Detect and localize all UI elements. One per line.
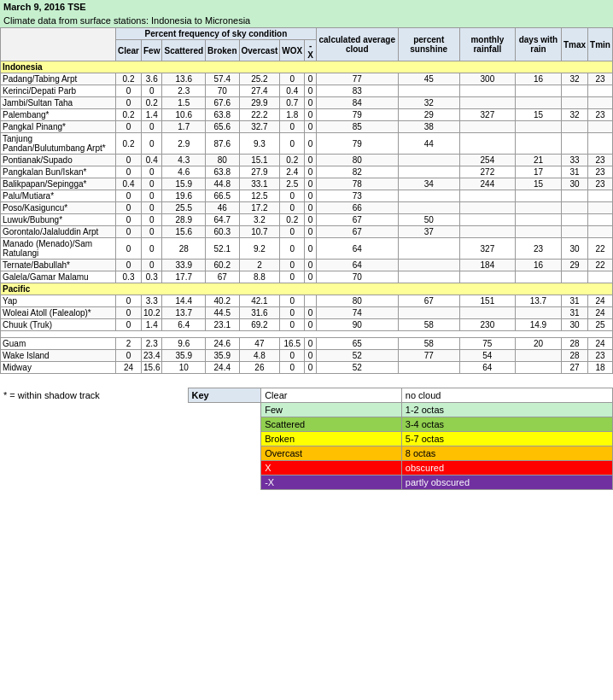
cell-ps: 37 xyxy=(398,226,459,238)
cell-cac: 70 xyxy=(316,271,398,283)
cell-dwr xyxy=(515,121,561,133)
cell-scattered: 1.7 xyxy=(162,121,206,133)
table-row: Jambi/Sultan Taha00.21.567.629.90.708432 xyxy=(1,97,613,109)
cell-few: 10.2 xyxy=(142,307,162,319)
cell-name: Padang/Tabing Arpt xyxy=(1,73,116,85)
cell-tmax xyxy=(561,226,587,238)
cell-wox: 0 xyxy=(280,121,305,133)
table-row: Woleai Atoll (Falealop)*010.213.744.531.… xyxy=(1,307,613,319)
cell-overcast: 12.5 xyxy=(239,190,280,202)
cell-clear: 0.2 xyxy=(116,109,142,121)
cell-scattered: 14.4 xyxy=(162,295,206,307)
cell-mr: 254 xyxy=(459,155,515,166)
cell-few: 0 xyxy=(142,226,162,238)
cell-broken: 44.5 xyxy=(206,307,239,319)
cell-few: 1.4 xyxy=(142,319,162,331)
table-row: Tanjung Pandan/Bulutumbang Arpt*0.202.98… xyxy=(1,133,613,155)
key-scattered-label: Scattered xyxy=(261,417,402,432)
cell-cac: 77 xyxy=(316,73,398,85)
cell-few: 0 xyxy=(142,166,162,178)
cell-broken: 63.8 xyxy=(206,166,239,178)
cell-cac: 80 xyxy=(316,155,398,166)
cell-broken: 35.9 xyxy=(206,350,239,362)
cell-overcast: 10.7 xyxy=(239,226,280,238)
cell-ps: 77 xyxy=(398,350,459,362)
cell-mr: 327 xyxy=(459,238,515,260)
cell-ps xyxy=(398,155,459,166)
cell-cac: 90 xyxy=(316,319,398,331)
cell-scattered: 6.4 xyxy=(162,319,206,331)
cell-few: 0 xyxy=(142,178,162,190)
cell-tmax: 29 xyxy=(561,260,587,271)
cell-scattered: 4.3 xyxy=(162,155,206,166)
cell-cac: 67 xyxy=(316,226,398,238)
cell-x: 0 xyxy=(305,271,317,283)
cell-mr: 244 xyxy=(459,178,515,190)
cell-cac: 74 xyxy=(316,307,398,319)
cell-dwr: 15 xyxy=(515,178,561,190)
cell-dwr xyxy=(515,85,561,97)
cell-clear: 0.3 xyxy=(116,271,142,283)
cell-cac: 64 xyxy=(316,238,398,260)
cell-tmin: 23 xyxy=(588,350,613,362)
cell-cac: 80 xyxy=(316,295,398,307)
cell-x: 0 xyxy=(305,109,317,121)
cell-wox: 2.4 xyxy=(280,166,305,178)
table-row: Kerinci/Depati Parb002.37027.40.4083 xyxy=(1,85,613,97)
cell-name: Luwuk/Bubung* xyxy=(1,214,116,226)
cell-name: Jambi/Sultan Taha xyxy=(1,97,116,109)
cell-overcast: 69.2 xyxy=(239,319,280,331)
cell-clear: 0 xyxy=(116,214,142,226)
cell-overcast: 22.2 xyxy=(239,109,280,121)
cell-tmax: 30 xyxy=(561,178,587,190)
cell-x: 0 xyxy=(305,350,317,362)
cell-tmax xyxy=(561,133,587,155)
cell-tmin: 23 xyxy=(588,109,613,121)
cell-wox: 16.5 xyxy=(280,338,305,350)
cell-cac: 79 xyxy=(316,133,398,155)
cell-overcast: 17.2 xyxy=(239,202,280,214)
cac-header: calculated average cloud xyxy=(316,28,398,61)
freq-header: Percent frequency of sky condition xyxy=(116,28,317,40)
cell-mr: 230 xyxy=(459,319,515,331)
key-overcast-label: Overcast xyxy=(261,446,402,461)
cell-scattered: 15.9 xyxy=(162,178,206,190)
cell-cac: 52 xyxy=(316,362,398,374)
cell-mr: 300 xyxy=(459,73,515,85)
cell-tmin: 18 xyxy=(588,362,613,374)
cell-wox: 0 xyxy=(280,362,305,374)
cell-ps: 45 xyxy=(398,73,459,85)
key-overcast-desc: 8 octas xyxy=(401,446,612,461)
cell-tmax: 33 xyxy=(561,155,587,166)
cell-ps: 29 xyxy=(398,109,459,121)
cell-dwr xyxy=(515,271,561,283)
cell-scattered: 17.7 xyxy=(162,271,206,283)
cell-mr xyxy=(459,133,515,155)
cell-cac: 73 xyxy=(316,190,398,202)
cell-dwr: 20 xyxy=(515,338,561,350)
cell-few: 0 xyxy=(142,85,162,97)
cell-tmin xyxy=(588,97,613,109)
cell-cac: 84 xyxy=(316,97,398,109)
cell-clear: 0 xyxy=(116,260,142,271)
cell-cac: 82 xyxy=(316,166,398,178)
table-row: Padang/Tabing Arpt0.23.613.657.425.20077… xyxy=(1,73,613,85)
cell-wox: 2.5 xyxy=(280,178,305,190)
table-row: Luwuk/Bubung*0028.964.73.20.206750 xyxy=(1,214,613,226)
cell-overcast: 27.4 xyxy=(239,85,280,97)
broken-header: Broken xyxy=(206,40,239,61)
tmin-header: Tmin xyxy=(588,28,613,61)
cell-clear: 0 xyxy=(116,155,142,166)
cell-overcast: 26 xyxy=(239,362,280,374)
cell-wox: 0 xyxy=(280,319,305,331)
cell-x: 0 xyxy=(305,166,317,178)
cell-clear: 0.4 xyxy=(116,178,142,190)
cell-tmax: 31 xyxy=(561,295,587,307)
section-header-indonesia: Indonesia xyxy=(1,61,613,73)
cell-wox: 0 xyxy=(280,133,305,155)
key-few-label: Few xyxy=(261,403,402,417)
cell-x: 0 xyxy=(305,190,317,202)
cell-overcast: 27.9 xyxy=(239,166,280,178)
few-header: Few xyxy=(142,40,162,61)
cell-mr xyxy=(459,190,515,202)
